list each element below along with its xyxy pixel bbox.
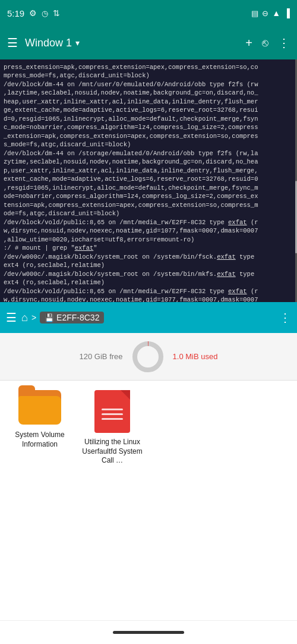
storage-used-label: 1.0 MiB used <box>173 352 218 361</box>
document-icon <box>94 390 130 433</box>
sim-icon: ▤ <box>251 9 258 18</box>
phone-icon: ⇅ <box>53 8 60 18</box>
clock-icon: ◷ <box>42 9 48 18</box>
nav-pill[interactable] <box>113 631 184 634</box>
list-item[interactable]: System Volume Information <box>7 390 72 466</box>
more-options-button[interactable]: ⋮ <box>278 36 290 50</box>
drive-icon: 💾 <box>45 313 54 322</box>
storage-free-label: 120 GiB free <box>80 352 123 361</box>
folder-icon <box>18 390 61 426</box>
drive-badge[interactable]: 💾 E2FF-8C32 <box>40 312 104 323</box>
drive-name: E2FF-8C32 <box>56 313 99 322</box>
list-item[interactable]: Utilizing the Linux Userfaultfd System C… <box>80 390 145 466</box>
storage-info-bar: 120 GiB free 1.0 MiB used <box>0 333 297 381</box>
status-bar: 5:19 ⚙ ◷ ⇅ ▤ ⊖ ▲ ▐ <box>0 0 297 26</box>
home-button[interactable]: ⌂ <box>21 312 28 324</box>
dropdown-icon[interactable]: ▾ <box>75 38 80 48</box>
file-label: Utilizing the Linux Userfaultfd System C… <box>80 438 145 466</box>
file-manager-toolbar: ☰ ⌂ > 💾 E2FF-8C32 ⋮ <box>0 302 297 333</box>
terminal[interactable]: press_extension=apk,compress_extension=a… <box>0 59 297 302</box>
fm-menu-button[interactable]: ☰ <box>6 310 17 325</box>
storage-donut-chart <box>131 340 165 373</box>
file-label: System Volume Information <box>7 431 72 449</box>
window-title: Window 1 <box>25 37 72 49</box>
add-window-button[interactable]: + <box>245 36 252 50</box>
menu-button[interactable]: ☰ <box>7 36 18 50</box>
toolbar: ☰ Window 1 ▾ + ⎋ ⋮ <box>0 26 297 59</box>
bottom-empty-area <box>0 475 297 644</box>
navigation-bar <box>0 620 297 644</box>
fm-more-button[interactable]: ⋮ <box>279 310 291 325</box>
battery-icon: ▐ <box>284 8 290 18</box>
file-grid: System Volume Information Utilizing the … <box>0 381 297 475</box>
exit-button[interactable]: ⎋ <box>262 37 268 49</box>
svg-point-0 <box>135 344 161 370</box>
signal-icon: ⊖ <box>262 9 268 18</box>
terminal-wrapper: press_extension=apk,compress_extension=a… <box>0 59 297 302</box>
status-time: 5:19 <box>7 8 24 18</box>
settings-icon: ⚙ <box>29 8 37 18</box>
wifi-icon: ▲ <box>272 8 280 18</box>
breadcrumb-separator: > <box>31 313 36 322</box>
